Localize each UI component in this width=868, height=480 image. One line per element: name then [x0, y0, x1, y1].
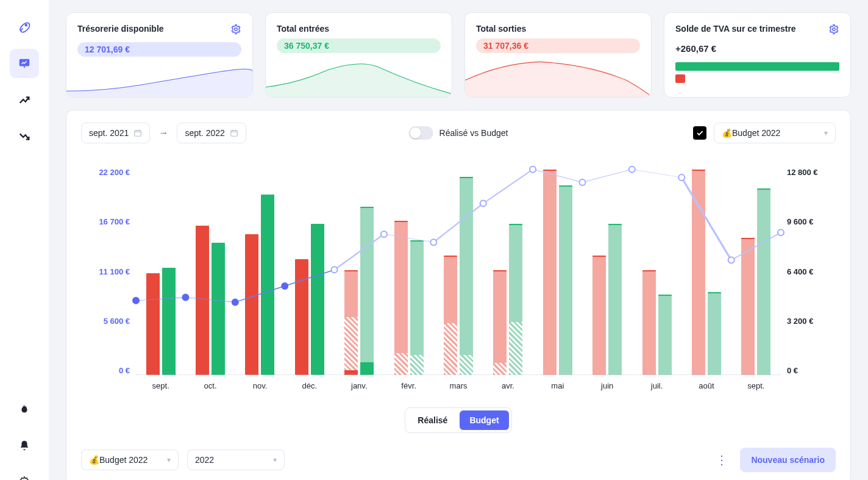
flame-icon	[18, 403, 31, 416]
tva-amount: +260,67 €	[675, 43, 839, 54]
month-column	[136, 168, 185, 375]
nav-trend-down[interactable]	[10, 122, 39, 151]
chart-bar	[741, 238, 755, 375]
month-column	[185, 168, 235, 375]
month-column	[433, 168, 483, 375]
chart-bar	[708, 292, 721, 375]
month-column	[731, 168, 781, 375]
month-column	[384, 168, 433, 375]
trend-down-icon	[18, 130, 31, 143]
chart-bar	[444, 256, 457, 375]
footer-budget-value: 💰Budget 2022	[89, 455, 148, 465]
chart-bar	[245, 234, 258, 375]
svg-point-3	[235, 28, 238, 31]
chevron-down-icon: ▾	[167, 456, 171, 464]
chart-bar	[559, 185, 572, 375]
card-settings-button[interactable]	[828, 24, 839, 37]
tva-bars	[675, 62, 839, 83]
arrow-right-icon: →	[158, 127, 168, 138]
month-column	[235, 168, 285, 375]
nav-rocket[interactable]	[10, 12, 39, 41]
main-chart-panel: sept. 2021 → sept. 2022 Réalisé vs Budge…	[66, 110, 851, 480]
more-options-button[interactable]: ⋮	[712, 449, 731, 471]
card-value-badge: 12 701,69 €	[77, 42, 241, 57]
new-scenario-button[interactable]: Nouveau scénario	[740, 448, 836, 472]
panel-filters: sept. 2021 → sept. 2022 Réalisé vs Budge…	[81, 123, 836, 143]
card-title: Total entrées	[277, 24, 329, 34]
view-segmented-control: Réalisé Budget	[405, 407, 511, 433]
svg-rect-6	[231, 131, 238, 136]
date-from-value: sept. 2021	[89, 128, 129, 138]
chevron-down-icon: ▾	[273, 456, 277, 464]
card-value-badge: 36 750,37 €	[277, 38, 441, 53]
y-axis-right: 12 800 €9 600 €6 400 €3 200 €0 €	[781, 168, 836, 375]
chart-bar	[460, 177, 473, 375]
month-column	[285, 168, 334, 375]
date-from-picker[interactable]: sept. 2021	[81, 123, 150, 143]
nav-settings[interactable]	[10, 468, 39, 480]
month-column	[583, 168, 632, 375]
chart-bar	[543, 170, 557, 375]
chart-bar	[658, 295, 672, 375]
gear-icon	[230, 24, 241, 35]
segment-budget[interactable]: Budget	[460, 410, 508, 430]
chart-bar	[360, 207, 374, 375]
svg-rect-1	[20, 59, 30, 66]
date-to-picker[interactable]: sept. 2022	[177, 123, 246, 143]
chart-bar	[592, 256, 606, 375]
nav-flame[interactable]	[10, 395, 39, 424]
budget-select[interactable]: 💰Budget 2022 ▾	[714, 123, 836, 143]
card-title: Total sorties	[476, 24, 526, 34]
month-column	[335, 168, 384, 375]
chart-bar	[344, 270, 358, 375]
y-axis-left: 22 200 €16 700 €11 100 €5 600 €0 €	[81, 168, 136, 375]
trend-up-icon	[18, 93, 31, 107]
realise-vs-budget-toggle[interactable]	[409, 126, 433, 140]
chart-bar	[493, 270, 507, 375]
chart-bar	[212, 243, 225, 375]
sidebar	[0, 0, 49, 480]
footer-budget-select[interactable]: 💰Budget 2022 ▾	[81, 450, 179, 470]
nav-trend-up[interactable]	[10, 85, 39, 115]
footer-year-value: 2022	[195, 455, 214, 465]
rocket-icon	[18, 20, 31, 34]
nav-bell[interactable]	[10, 431, 39, 460]
chart-bar	[692, 170, 705, 375]
svg-point-0	[25, 24, 27, 26]
month-column	[632, 168, 681, 375]
card-title: Trésorerie disponible	[77, 24, 164, 34]
nav-dashboard[interactable]	[10, 49, 39, 78]
card-settings-button[interactable]	[230, 24, 241, 37]
chart-area: 22 200 €16 700 €11 100 €5 600 €0 € 12 80…	[81, 168, 836, 390]
segment-realise[interactable]: Réalisé	[408, 410, 457, 430]
chart-bar	[311, 224, 324, 375]
chart-bar	[162, 268, 176, 375]
footer-year-select[interactable]: 2022 ▾	[187, 450, 285, 470]
sparkline-sorties	[465, 57, 651, 98]
card-tva: Solde de TVA sur ce trimestre +260,67 €	[664, 12, 851, 98]
card-tresorerie: Trésorerie disponible 12 701,69 €	[66, 12, 253, 98]
card-entrees: Total entrées 36 750,37 €	[265, 12, 452, 98]
card-title: Solde de TVA sur ce trimestre	[675, 24, 796, 34]
show-budget-checkbox[interactable]	[693, 126, 706, 140]
chart-bar	[757, 188, 770, 375]
card-value-badge: 31 707,36 €	[476, 38, 640, 53]
presentation-chart-icon	[18, 57, 31, 70]
check-icon	[695, 129, 704, 137]
month-column	[681, 168, 731, 375]
svg-rect-5	[135, 131, 141, 136]
chart-bar	[261, 195, 274, 375]
calendar-icon	[230, 129, 238, 137]
tva-bar-green	[675, 62, 839, 71]
chart-bar	[394, 221, 408, 375]
toggle-label: Réalisé vs Budget	[439, 128, 508, 138]
calendar-icon	[133, 129, 142, 137]
chart-bar	[295, 259, 308, 375]
main-content: Trésorerie disponible 12 701,69 € Total …	[49, 0, 868, 480]
x-axis-labels: sept.oct.nov.déc.janv.févr.marsavr.maiju…	[136, 375, 781, 390]
sparkline-entrees	[266, 57, 452, 98]
chart-bar	[146, 273, 160, 375]
date-to-value: sept. 2022	[185, 128, 224, 138]
gear-icon	[828, 24, 839, 35]
card-sorties: Total sorties 31 707,36 €	[464, 12, 652, 98]
